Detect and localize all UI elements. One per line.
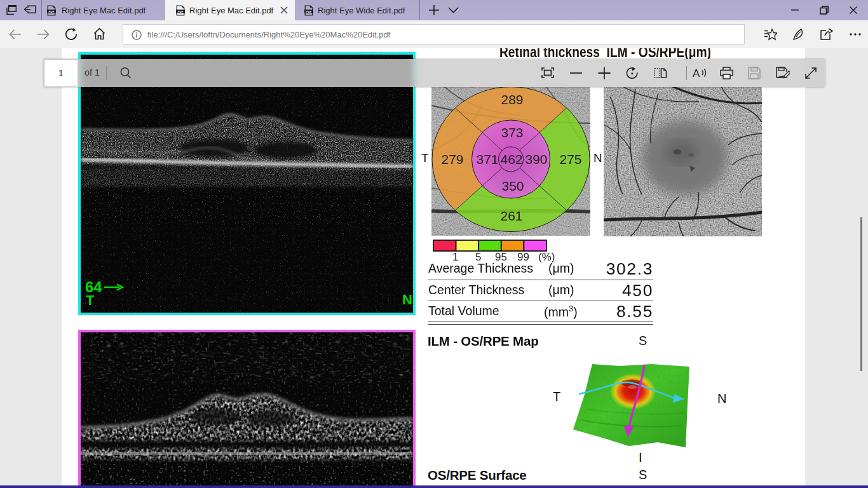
svg-text:275: 275 bbox=[559, 152, 581, 166]
svg-text:371: 371 bbox=[476, 152, 498, 166]
svg-text:373: 373 bbox=[501, 125, 523, 140]
svg-text:A: A bbox=[693, 67, 700, 79]
svg-text:350: 350 bbox=[501, 179, 524, 193]
svg-text:390: 390 bbox=[525, 152, 547, 166]
svg-text:289: 289 bbox=[501, 92, 523, 107]
svg-text:261: 261 bbox=[500, 208, 522, 223]
svg-text:279: 279 bbox=[441, 152, 463, 166]
svg-text:462: 462 bbox=[500, 152, 522, 166]
